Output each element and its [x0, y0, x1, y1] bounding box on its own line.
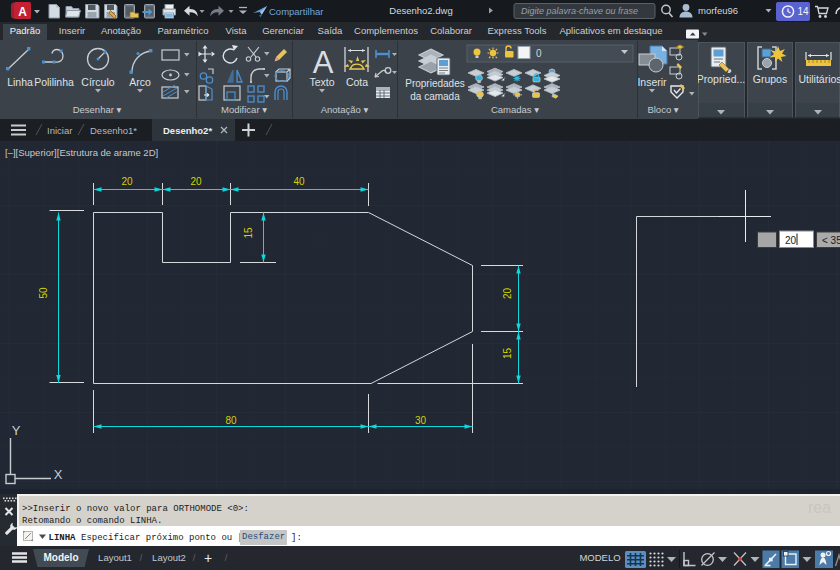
svg-text:30: 30	[415, 415, 427, 426]
svg-text:15: 15	[243, 227, 254, 239]
svg-text:15: 15	[502, 348, 513, 360]
svg-text:A: A	[313, 45, 334, 80]
svg-text:Grupos: Grupos	[753, 73, 787, 85]
svg-text:14: 14	[797, 6, 809, 17]
svg-text:50: 50	[38, 287, 49, 299]
svg-text:A: A	[18, 5, 27, 19]
svg-text:Digite palavra-chave ou frase: Digite palavra-chave ou frase	[521, 6, 638, 16]
svg-text:< 35: < 35	[822, 235, 840, 246]
svg-text:20: 20	[121, 176, 133, 187]
svg-text:X: X	[54, 467, 63, 482]
svg-text:Utilitários: Utilitários	[798, 73, 840, 85]
svg-text:40: 40	[293, 176, 305, 187]
svg-text:20: 20	[190, 176, 202, 187]
svg-text:morfeu96: morfeu96	[698, 5, 738, 16]
svg-text:20: 20	[785, 235, 797, 246]
svg-text:Y: Y	[12, 423, 21, 438]
svg-text:Desenho1*: Desenho1*	[90, 125, 137, 136]
svg-text:Compartilhar: Compartilhar	[269, 6, 323, 17]
svg-text:[–][Superior][Estrutura de ara: [–][Superior][Estrutura de arame 2D]	[5, 147, 158, 158]
svg-text:20: 20	[502, 288, 513, 300]
svg-text:0: 0	[536, 48, 542, 59]
svg-text:Desenho2.dwg: Desenho2.dwg	[389, 5, 452, 16]
svg-text:Propried...: Propried...	[698, 73, 745, 85]
svg-text:80: 80	[225, 415, 237, 426]
svg-text:Iniciar: Iniciar	[47, 125, 72, 136]
svg-text:Desenho2*: Desenho2*	[163, 125, 212, 136]
